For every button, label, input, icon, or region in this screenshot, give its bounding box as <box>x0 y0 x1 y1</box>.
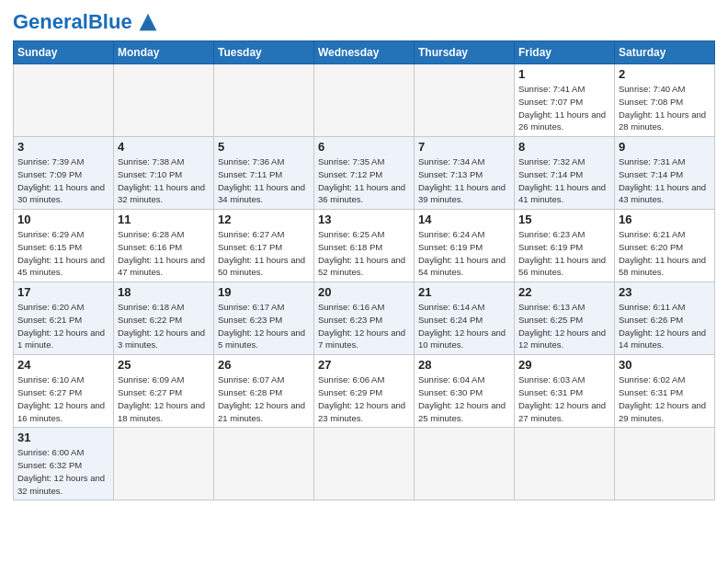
day-info: Sunrise: 6:27 AM Sunset: 6:17 PM Dayligh… <box>218 228 310 279</box>
page: GeneralBlue SundayMondayTuesdayWednesday… <box>0 0 728 510</box>
day-info: Sunrise: 6:18 AM Sunset: 6:22 PM Dayligh… <box>118 301 210 351</box>
day-cell <box>214 64 314 137</box>
day-number: 31 <box>17 431 109 444</box>
day-info: Sunrise: 7:38 AM Sunset: 7:10 PM Dayligh… <box>118 155 210 206</box>
day-number: 24 <box>17 358 109 372</box>
day-cell: 2Sunrise: 7:40 AM Sunset: 7:08 PM Daylig… <box>615 64 715 137</box>
calendar-table: SundayMondayTuesdayWednesdayThursdayFrid… <box>13 40 715 500</box>
day-number: 26 <box>218 358 310 372</box>
day-cell: 14Sunrise: 6:24 AM Sunset: 6:19 PM Dayli… <box>415 210 515 282</box>
day-number: 4 <box>118 140 210 154</box>
day-info: Sunrise: 6:06 AM Sunset: 6:29 PM Dayligh… <box>318 373 410 424</box>
day-number: 1 <box>518 67 610 81</box>
day-info: Sunrise: 7:32 AM Sunset: 7:14 PM Dayligh… <box>518 155 610 206</box>
header-cell-tuesday: Tuesday <box>214 41 314 64</box>
day-info: Sunrise: 7:34 AM Sunset: 7:13 PM Dayligh… <box>418 155 510 206</box>
day-cell: 1Sunrise: 7:41 AM Sunset: 7:07 PM Daylig… <box>515 64 615 137</box>
day-cell: 4Sunrise: 7:38 AM Sunset: 7:10 PM Daylig… <box>114 137 214 210</box>
header-cell-thursday: Thursday <box>415 41 515 64</box>
day-info: Sunrise: 6:20 AM Sunset: 6:21 PM Dayligh… <box>17 301 109 351</box>
week-row-4: 17Sunrise: 6:20 AM Sunset: 6:21 PM Dayli… <box>14 282 715 355</box>
day-number: 23 <box>619 285 711 299</box>
day-cell: 8Sunrise: 7:32 AM Sunset: 7:14 PM Daylig… <box>515 137 615 210</box>
day-number: 8 <box>518 140 610 154</box>
day-number: 27 <box>318 358 410 372</box>
day-cell: 12Sunrise: 6:27 AM Sunset: 6:17 PM Dayli… <box>214 210 314 282</box>
header-cell-monday: Monday <box>114 41 214 64</box>
week-row-6: 31Sunrise: 6:00 AM Sunset: 6:32 PM Dayli… <box>14 428 715 500</box>
day-info: Sunrise: 6:29 AM Sunset: 6:15 PM Dayligh… <box>17 228 109 279</box>
day-info: Sunrise: 7:39 AM Sunset: 7:09 PM Dayligh… <box>17 155 109 206</box>
svg-marker-1 <box>139 19 156 30</box>
day-number: 15 <box>518 213 610 226</box>
day-cell <box>114 64 214 137</box>
day-number: 19 <box>218 285 310 299</box>
week-row-1: 1Sunrise: 7:41 AM Sunset: 7:07 PM Daylig… <box>14 64 715 137</box>
day-number: 7 <box>418 140 510 154</box>
day-info: Sunrise: 6:03 AM Sunset: 6:31 PM Dayligh… <box>518 373 610 424</box>
day-info: Sunrise: 7:35 AM Sunset: 7:12 PM Dayligh… <box>318 155 410 206</box>
day-info: Sunrise: 6:23 AM Sunset: 6:19 PM Dayligh… <box>518 228 610 279</box>
day-info: Sunrise: 6:11 AM Sunset: 6:26 PM Dayligh… <box>619 301 711 351</box>
header-cell-friday: Friday <box>515 41 615 64</box>
logo-icon <box>135 9 161 35</box>
day-cell: 22Sunrise: 6:13 AM Sunset: 6:25 PM Dayli… <box>515 282 615 355</box>
day-number: 16 <box>619 213 711 226</box>
logo-text: GeneralBlue <box>13 12 132 32</box>
logo-general: General <box>13 10 88 33</box>
header: GeneralBlue <box>13 9 715 35</box>
day-cell: 18Sunrise: 6:18 AM Sunset: 6:22 PM Dayli… <box>114 282 214 355</box>
header-cell-saturday: Saturday <box>615 41 715 64</box>
day-cell: 28Sunrise: 6:04 AM Sunset: 6:30 PM Dayli… <box>415 355 515 428</box>
day-info: Sunrise: 6:25 AM Sunset: 6:18 PM Dayligh… <box>318 228 410 279</box>
day-number: 22 <box>518 285 610 299</box>
day-cell: 31Sunrise: 6:00 AM Sunset: 6:32 PM Dayli… <box>14 428 114 500</box>
day-number: 5 <box>218 140 310 154</box>
day-number: 11 <box>118 213 210 226</box>
day-info: Sunrise: 6:21 AM Sunset: 6:20 PM Dayligh… <box>619 228 711 279</box>
day-number: 14 <box>418 213 510 226</box>
day-info: Sunrise: 6:07 AM Sunset: 6:28 PM Dayligh… <box>218 373 310 424</box>
week-row-3: 10Sunrise: 6:29 AM Sunset: 6:15 PM Dayli… <box>14 210 715 282</box>
day-cell: 27Sunrise: 6:06 AM Sunset: 6:29 PM Dayli… <box>314 355 415 428</box>
day-info: Sunrise: 7:31 AM Sunset: 7:14 PM Dayligh… <box>619 155 711 206</box>
day-info: Sunrise: 6:16 AM Sunset: 6:23 PM Dayligh… <box>318 301 410 351</box>
day-cell: 25Sunrise: 6:09 AM Sunset: 6:27 PM Dayli… <box>114 355 214 428</box>
day-info: Sunrise: 7:41 AM Sunset: 7:07 PM Dayligh… <box>518 83 610 133</box>
day-cell: 7Sunrise: 7:34 AM Sunset: 7:13 PM Daylig… <box>415 137 515 210</box>
day-cell: 16Sunrise: 6:21 AM Sunset: 6:20 PM Dayli… <box>615 210 715 282</box>
day-info: Sunrise: 7:36 AM Sunset: 7:11 PM Dayligh… <box>218 155 310 206</box>
day-cell: 19Sunrise: 6:17 AM Sunset: 6:23 PM Dayli… <box>214 282 314 355</box>
day-cell: 30Sunrise: 6:02 AM Sunset: 6:31 PM Dayli… <box>615 355 715 428</box>
day-number: 3 <box>17 140 109 154</box>
day-number: 12 <box>218 213 310 226</box>
day-number: 28 <box>418 358 510 372</box>
day-number: 20 <box>318 285 410 299</box>
day-cell: 20Sunrise: 6:16 AM Sunset: 6:23 PM Dayli… <box>314 282 415 355</box>
day-cell: 3Sunrise: 7:39 AM Sunset: 7:09 PM Daylig… <box>14 137 114 210</box>
day-cell: 13Sunrise: 6:25 AM Sunset: 6:18 PM Dayli… <box>314 210 415 282</box>
week-row-5: 24Sunrise: 6:10 AM Sunset: 6:27 PM Dayli… <box>14 355 715 428</box>
day-info: Sunrise: 6:09 AM Sunset: 6:27 PM Dayligh… <box>118 373 210 424</box>
day-cell <box>615 428 715 500</box>
header-cell-wednesday: Wednesday <box>314 41 415 64</box>
header-cell-sunday: Sunday <box>14 41 114 64</box>
day-info: Sunrise: 6:00 AM Sunset: 6:32 PM Dayligh… <box>17 446 109 497</box>
day-number: 25 <box>118 358 210 372</box>
day-number: 13 <box>318 213 410 226</box>
day-cell <box>415 428 515 500</box>
day-info: Sunrise: 6:04 AM Sunset: 6:30 PM Dayligh… <box>418 373 510 424</box>
day-info: Sunrise: 6:02 AM Sunset: 6:31 PM Dayligh… <box>619 373 711 424</box>
day-number: 9 <box>619 140 711 154</box>
day-info: Sunrise: 6:10 AM Sunset: 6:27 PM Dayligh… <box>17 373 109 424</box>
day-info: Sunrise: 7:40 AM Sunset: 7:08 PM Dayligh… <box>619 83 711 133</box>
day-number: 2 <box>619 67 711 81</box>
day-cell: 26Sunrise: 6:07 AM Sunset: 6:28 PM Dayli… <box>214 355 314 428</box>
day-cell <box>214 428 314 500</box>
day-number: 18 <box>118 285 210 299</box>
day-cell <box>314 428 415 500</box>
day-cell <box>415 64 515 137</box>
day-cell: 10Sunrise: 6:29 AM Sunset: 6:15 PM Dayli… <box>14 210 114 282</box>
day-cell <box>14 64 114 137</box>
day-info: Sunrise: 6:17 AM Sunset: 6:23 PM Dayligh… <box>218 301 310 351</box>
